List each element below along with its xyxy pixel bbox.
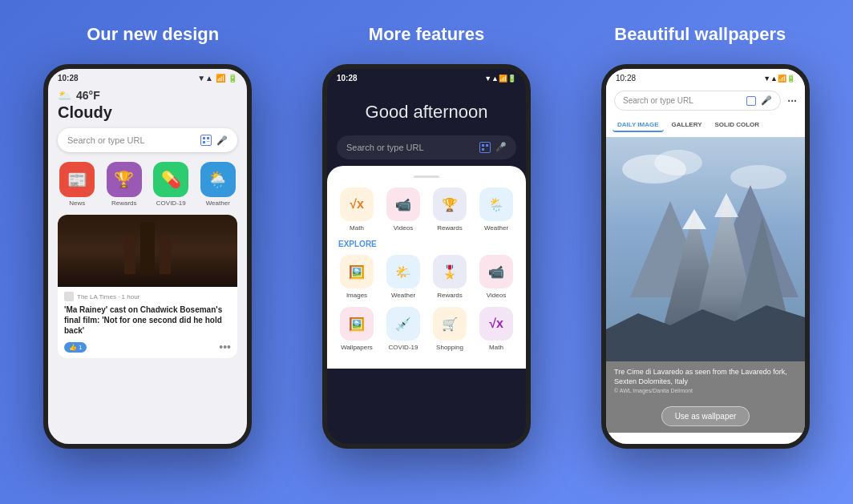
svg-rect-6	[486, 144, 488, 147]
explore-videos-icon: 📹	[488, 264, 504, 280]
app-label-rewards: Rewards	[111, 200, 137, 207]
search-icons-middle: 🎤	[479, 142, 507, 153]
tab-gallery[interactable]: GALLERY	[667, 119, 707, 132]
headlines-row: Our new design More features Beautiful w…	[16, 24, 837, 45]
headline-left: Our new design	[18, 24, 289, 45]
explore-math-icon-box: √x	[479, 307, 513, 341]
phone-left: 10:28 ▼▲ 📶 🔋 🌥️ 46°F Cloudy Search or ty…	[43, 64, 252, 449]
app-icon-rewards[interactable]: 🏆 Rewards	[105, 162, 144, 207]
svg-rect-5	[482, 144, 484, 147]
svg-rect-0	[203, 137, 205, 139]
right-search-box[interactable]: Search or type URL 🎤	[614, 91, 781, 111]
app-label-news: News	[69, 200, 85, 207]
explore-label-math: Math	[489, 344, 503, 351]
search-bar-middle[interactable]: Search or type URL 🎤	[337, 135, 516, 159]
bottom-sheet: √x Math 📹 Videos 🏆 Rewards	[327, 166, 526, 369]
feature-weather[interactable]: 🌦️ Weather	[476, 187, 516, 232]
feature-math[interactable]: √x Math	[337, 187, 377, 232]
app-icon-weather[interactable]: 🌦️ Weather	[199, 162, 238, 207]
app-label-covid: COVID-19	[156, 200, 186, 207]
like-badge: 👍 1	[64, 342, 87, 353]
explore-covid-icon-box: 💉	[386, 307, 420, 341]
explore-videos[interactable]: 📹 Videos	[476, 255, 516, 299]
app-label-weather: Weather	[206, 200, 230, 207]
explore-images[interactable]: 🖼️ Images	[337, 255, 377, 299]
math-icon: √x	[350, 197, 364, 212]
app-icons-row-left: 📰 News 🏆 Rewards 💊 COVID-19	[58, 162, 237, 207]
news-source: The LA Times · 1 hour	[77, 293, 139, 300]
rewards-icon-box: 🏆	[107, 162, 142, 197]
phone-right: 10:28 ▼▲📶🔋 Search or type URL 🎤 ··· DAIL…	[601, 64, 810, 449]
signal-icons-right: ▼▲📶🔋	[763, 75, 795, 83]
use-wallpaper-button[interactable]: Use as wallpaper	[661, 406, 750, 426]
explore-label-shopping: Shopping	[436, 344, 463, 351]
signal-icon-m: ▼▲📶🔋	[484, 75, 516, 83]
tabs-row: DAILY IMAGE GALLERY SOLID COLOR	[606, 115, 805, 137]
shopping-icon-box: 🛒	[433, 307, 467, 341]
time-middle: 10:28	[337, 74, 358, 83]
phone-left-content: 🌥️ 46°F Cloudy Search or type URL 🎤 �	[48, 86, 247, 358]
explore-weather-icon: 🌤️	[395, 264, 411, 280]
news-card[interactable]: The LA Times · 1 hour 'Ma Rainey' cast o…	[58, 215, 237, 358]
tab-daily-image[interactable]: DAILY IMAGE	[612, 119, 664, 132]
battery-icon: 🔋	[228, 74, 237, 83]
explore-math[interactable]: √x Math	[476, 307, 516, 351]
videos-icon-box: 📹	[386, 187, 420, 221]
people-silhouettes	[124, 222, 171, 280]
math-icon-box: √x	[340, 187, 374, 221]
rewards-icon: 🏆	[114, 170, 134, 189]
weather-condition: Cloudy	[58, 103, 237, 122]
signal-icon: 📶	[216, 74, 225, 83]
explore-grid-2: 🖼️ Wallpapers 💉 COVID-19 🛒 Shopping	[337, 307, 516, 351]
rewards-icon-m: 🏆	[442, 197, 458, 212]
more-options-icon[interactable]: •••	[219, 341, 231, 353]
phone-middle: 10:28 ▼▲📶🔋 Good afternoon Search or type…	[322, 64, 531, 449]
caption-box: Tre Cime di Lavaredo as seen from the La…	[606, 361, 805, 400]
weather-icon-box-m: 🌦️	[479, 187, 513, 221]
more-options-right[interactable]: ···	[787, 95, 797, 107]
svg-rect-2	[203, 141, 205, 143]
wallpaper-btn-row: Use as wallpaper	[606, 400, 805, 433]
explore-rewards-icon: 🎖️	[442, 264, 458, 280]
explore-math-icon: √x	[489, 317, 503, 331]
feature-videos[interactable]: 📹 Videos	[383, 187, 423, 232]
explore-label-videos: Videos	[487, 292, 506, 299]
explore-weather[interactable]: 🌤️ Weather	[383, 255, 423, 299]
shopping-icon: 🛒	[442, 317, 458, 332]
app-icon-covid[interactable]: 💊 COVID-19	[152, 162, 191, 207]
headline-middle: More features	[291, 24, 562, 45]
qr-icon-right	[746, 96, 756, 106]
videos-icon: 📹	[395, 197, 411, 212]
rewards-icon-box-m: 🏆	[433, 187, 467, 221]
explore-shopping[interactable]: 🛒 Shopping	[430, 307, 470, 351]
time-left: 10:28	[58, 74, 79, 83]
explore-wallpapers[interactable]: 🖼️ Wallpapers	[337, 307, 377, 351]
right-search-area: Search or type URL 🎤 ···	[606, 86, 805, 115]
like-count: 1	[79, 344, 82, 351]
sheet-handle	[414, 175, 439, 178]
status-icons-middle: ▼▲📶🔋	[484, 75, 516, 83]
search-bar-left[interactable]: Search or type URL 🎤	[58, 128, 237, 152]
search-text-left: Search or type URL	[67, 135, 194, 145]
weather-widget: 🌥️ 46°F	[58, 89, 237, 102]
qr-icon-left	[200, 135, 212, 146]
explore-rewards[interactable]: 🎖️ Rewards	[430, 255, 470, 299]
weather-icon: 🌦️	[208, 170, 228, 189]
wallpaper-image-area	[606, 137, 805, 361]
mic-icon-left: 🎤	[216, 135, 228, 146]
feature-label-videos: Videos	[394, 224, 413, 232]
caption-credit: © AWL Images/Danita Delimont	[614, 388, 797, 393]
person-1	[124, 234, 135, 274]
news-image	[58, 215, 237, 287]
covid-icon-box: 💊	[153, 162, 188, 197]
wifi-icon: ▼▲	[197, 74, 213, 83]
explore-covid[interactable]: 💉 COVID-19	[383, 307, 423, 351]
feature-label-math: Math	[350, 224, 364, 232]
app-icon-news[interactable]: 📰 News	[58, 162, 97, 207]
tab-solid-color[interactable]: SOLID COLOR	[710, 119, 765, 132]
feature-rewards[interactable]: 🏆 Rewards	[430, 187, 470, 232]
svg-rect-1	[207, 137, 209, 139]
status-bar-middle: 10:28 ▼▲📶🔋	[327, 69, 526, 86]
news-icon-box: 📰	[59, 162, 95, 197]
explore-videos-icon-box: 📹	[479, 255, 513, 288]
